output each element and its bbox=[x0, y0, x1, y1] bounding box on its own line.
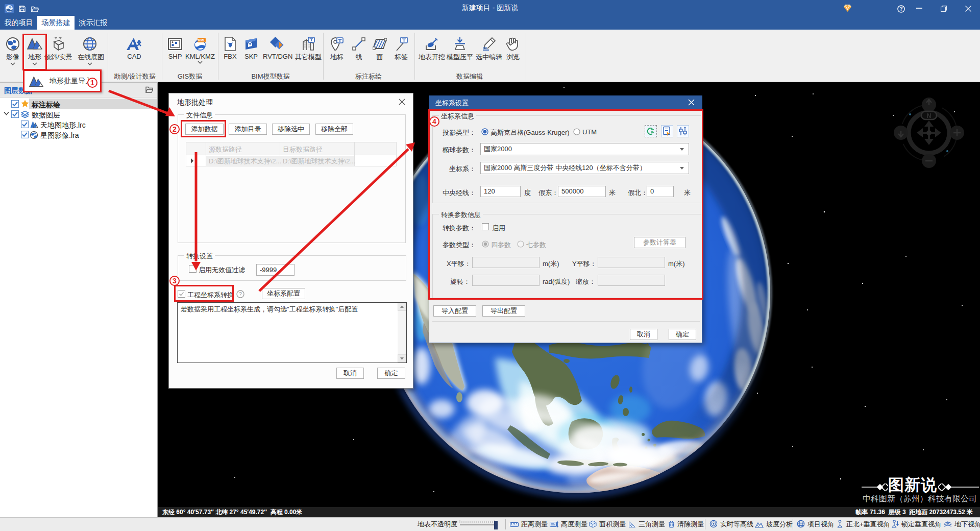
svg-text:?: ? bbox=[239, 292, 242, 297]
svg-text:V: V bbox=[846, 6, 849, 11]
svg-text:?: ? bbox=[899, 6, 902, 12]
svg-text:KML: KML bbox=[198, 38, 206, 42]
svg-text:N: N bbox=[927, 112, 932, 119]
